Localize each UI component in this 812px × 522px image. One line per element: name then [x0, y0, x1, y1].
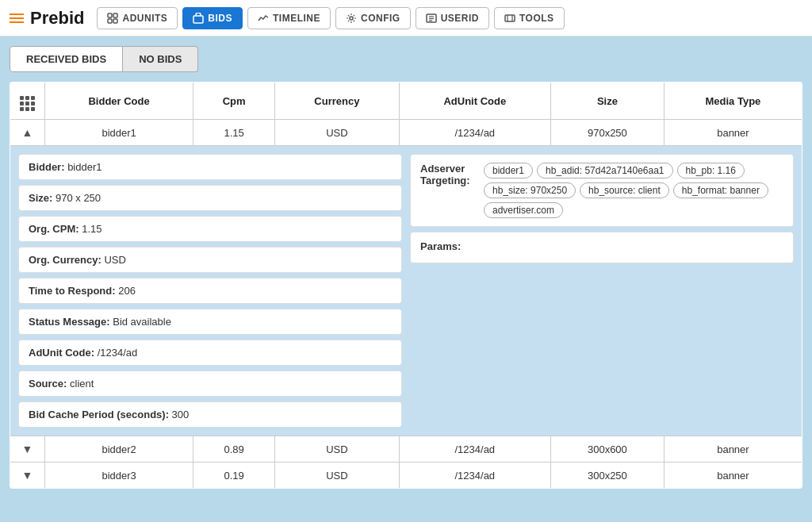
- info-source: Source: client: [18, 370, 402, 397]
- tabs: RECEIVED BIDS NO BIDS: [10, 46, 802, 72]
- logo-area: Prebid: [10, 8, 84, 29]
- svg-rect-1: [113, 13, 117, 17]
- bidder-code-cell: bidder1: [45, 120, 193, 146]
- tag-hb-source: hb_source: client: [580, 182, 669, 198]
- info-bidder: Bidder: bidder1: [18, 154, 402, 180]
- nav-bids[interactable]: BIDS: [182, 7, 243, 29]
- svg-rect-2: [108, 19, 112, 23]
- chevron-up-button[interactable]: ▲: [22, 126, 33, 139]
- svg-point-5: [350, 17, 353, 20]
- chevron-down-button[interactable]: ▼: [22, 469, 33, 482]
- logo-text: Prebid: [30, 8, 84, 29]
- th-size: Size: [550, 83, 664, 120]
- info-time-to-respond: Time to Respond: 206: [18, 278, 402, 304]
- header: Prebid ADUNITS BIDS TIMELINE CONFIG: [0, 0, 812, 36]
- cpm-cell: 0.89: [193, 436, 275, 463]
- expanded-left: Bidder: bidder1 Size: 970 x 250 Org. CPM…: [18, 154, 402, 428]
- chevron-cell: ▼: [10, 463, 45, 489]
- info-status-message: Status Message: Bid available: [18, 309, 402, 335]
- config-icon: [346, 13, 357, 24]
- tab-no-bids[interactable]: NO BIDS: [123, 46, 198, 72]
- expanded-row: Bidder: bidder1 Size: 970 x 250 Org. CPM…: [10, 146, 802, 436]
- th-currency: Currency: [275, 83, 400, 120]
- targeting-label: AdserverTargeting:: [420, 163, 476, 218]
- tag-hb-format: hb_format: banner: [673, 182, 768, 198]
- bidder-code-cell: bidder3: [45, 463, 193, 489]
- userid-icon: [426, 13, 437, 24]
- th-bidder-code: Bidder Code: [45, 83, 193, 120]
- info-org-currency: Org. Currency: USD: [18, 247, 402, 273]
- svg-rect-3: [113, 19, 117, 23]
- hamburger-icon[interactable]: [10, 13, 24, 23]
- th-grid: [10, 83, 45, 120]
- adunit-code-cell: /1234/ad: [399, 120, 550, 146]
- currency-cell: USD: [275, 436, 400, 463]
- tab-received-bids[interactable]: RECEIVED BIDS: [10, 46, 123, 72]
- currency-cell: USD: [275, 463, 400, 489]
- table-row: ▲ bidder1 1.15 USD /1234/ad 970x250: [10, 120, 802, 146]
- expanded-content: Bidder: bidder1 Size: 970 x 250 Org. CPM…: [10, 146, 802, 436]
- timeline-icon: [258, 13, 269, 24]
- media-type-cell: banner: [664, 120, 802, 146]
- adunits-icon: [107, 13, 118, 24]
- info-bid-cache: Bid Cache Period (seconds): 300: [18, 401, 402, 428]
- tag-bidder1: bidder1: [484, 163, 533, 178]
- bids-table: Bidder Code Cpm Currency AdUnit Code Siz…: [10, 82, 802, 489]
- info-adunit-code: AdUnit Code: /1234/ad: [18, 340, 402, 366]
- tools-icon: [504, 13, 515, 24]
- params-box: Params:: [410, 232, 794, 263]
- th-media-type: Media Type: [664, 83, 802, 120]
- adunit-code-cell: /1234/ad: [399, 436, 550, 463]
- expanded-content-cell: Bidder: bidder1 Size: 970 x 250 Org. CPM…: [10, 146, 802, 436]
- size-cell: 300x250: [550, 463, 664, 489]
- main-content: RECEIVED BIDS NO BIDS Bidder Code: [0, 36, 812, 522]
- cpm-cell: 0.19: [193, 463, 275, 489]
- bidder-code-cell: bidder2: [45, 436, 193, 463]
- chevron-cell: ▼: [10, 436, 45, 463]
- tag-hb-size: hb_size: 970x250: [484, 182, 576, 198]
- media-type-cell: banner: [664, 463, 802, 489]
- table-row: ▼ bidder2 0.89 USD /1234/ad 300x600: [10, 436, 802, 463]
- th-cpm: Cpm: [193, 83, 275, 120]
- grid-icon[interactable]: [20, 96, 35, 111]
- bids-icon: [193, 13, 204, 24]
- svg-rect-4: [193, 16, 203, 23]
- svg-rect-10: [505, 15, 515, 21]
- nav-userid[interactable]: USERID: [416, 7, 489, 29]
- info-size: Size: 970 x 250: [18, 185, 402, 211]
- tag-hb-pb: hb_pb: 1.16: [677, 163, 745, 178]
- size-cell: 970x250: [550, 120, 664, 146]
- targeting-box: AdserverTargeting: bidder1 hb_adid: 57d4…: [410, 154, 794, 227]
- info-org-cpm: Org. CPM: 1.15: [18, 216, 402, 242]
- nav-tools[interactable]: TOOLS: [494, 7, 565, 29]
- currency-cell: USD: [275, 120, 400, 146]
- targeting-tags: bidder1 hb_adid: 57d42a7140e6aa1 hb_pb: …: [484, 163, 783, 218]
- chevron-down-button[interactable]: ▼: [22, 443, 33, 455]
- nav-adunits[interactable]: ADUNITS: [97, 7, 178, 29]
- table-row: ▼ bidder3 0.19 USD /1234/ad 300x250: [10, 463, 802, 489]
- svg-rect-0: [108, 13, 112, 17]
- tag-advertiser: advertiser.com: [484, 202, 563, 218]
- nav-config[interactable]: CONFIG: [335, 7, 411, 29]
- cpm-cell: 1.15: [193, 120, 275, 146]
- media-type-cell: banner: [664, 436, 802, 463]
- th-adunit-code: AdUnit Code: [399, 83, 550, 120]
- nav-timeline[interactable]: TIMELINE: [247, 7, 331, 29]
- tag-hb-adid: hb_adid: 57d42a7140e6aa1: [537, 163, 672, 178]
- size-cell: 300x600: [550, 436, 664, 463]
- expanded-right: AdserverTargeting: bidder1 hb_adid: 57d4…: [410, 154, 794, 428]
- adunit-code-cell: /1234/ad: [399, 463, 550, 489]
- chevron-cell: ▲: [10, 120, 45, 146]
